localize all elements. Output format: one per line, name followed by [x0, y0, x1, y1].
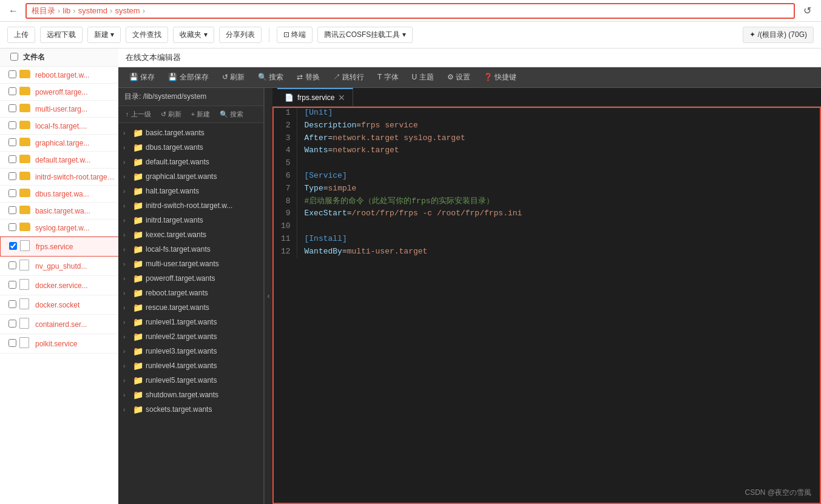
tree-search-button[interactable]: 🔍 搜索	[217, 109, 246, 120]
tree-item[interactable]: › 📁 multi-user.target.wants	[118, 257, 263, 271]
editor-goto-button[interactable]: ↗ 跳转行	[327, 70, 370, 85]
tree-refresh-button[interactable]: ↺ 刷新	[158, 109, 184, 120]
tree-up-button[interactable]: ↑ 上一级	[123, 109, 154, 120]
code-line: 9 ExecStart=/root/frp/frps -c /root/frp/…	[272, 207, 821, 220]
file-checkbox[interactable]	[8, 339, 16, 347]
code-editor-content[interactable]: 1 [Unit] 2 Description=frps service 3 Af…	[272, 107, 821, 504]
collapse-handle[interactable]: ‹	[264, 88, 272, 504]
file-checkbox[interactable]	[8, 172, 16, 180]
close-tab-button[interactable]: ✕	[338, 93, 345, 102]
file-checkbox[interactable]	[8, 155, 16, 163]
remote-download-button[interactable]: 远程下载	[40, 27, 83, 43]
code-line: 5	[272, 157, 821, 170]
file-list-item[interactable]: docker.socket	[0, 295, 121, 315]
tree-item[interactable]: › 📁 graphical.target.wants	[118, 169, 263, 184]
back-button[interactable]: ←	[5, 4, 22, 18]
file-list-item[interactable]: dbus.target.wa...	[0, 186, 121, 203]
file-list-item[interactable]: default.target.w...	[0, 152, 121, 169]
file-list-panel: 文件名 reboot.target.w...poweroff.targe...m…	[0, 49, 121, 504]
tree-item[interactable]: › 📁 runlevel5.target.wants	[118, 373, 263, 388]
tree-item[interactable]: › 📁 dbus.target.wants	[118, 140, 263, 155]
file-checkbox[interactable]	[8, 104, 16, 112]
tree-item[interactable]: › 📁 local-fs.target.wants	[118, 242, 263, 257]
file-checkbox[interactable]	[8, 189, 16, 197]
editor-font-button[interactable]: T 字体	[371, 70, 404, 85]
file-list-item[interactable]: nv_gpu_shutd...	[0, 257, 121, 276]
file-checkbox[interactable]	[8, 281, 16, 289]
breadcrumb-system[interactable]: system	[115, 6, 140, 15]
file-checkbox[interactable]	[9, 242, 17, 250]
file-checkbox[interactable]	[8, 70, 16, 78]
file-checkbox[interactable]	[8, 223, 16, 231]
editor-theme-button[interactable]: U 主题	[406, 70, 440, 85]
file-checkbox[interactable]	[8, 300, 16, 308]
editor-save-button[interactable]: 💾 保存	[123, 70, 161, 85]
editor-refresh-button[interactable]: ↺ 刷新	[216, 70, 251, 85]
file-list-item[interactable]: docker.service...	[0, 276, 121, 295]
file-list-item[interactable]: containerd.ser...	[0, 315, 121, 334]
editor-settings-button[interactable]: ⚙ 设置	[441, 70, 476, 85]
file-list-item[interactable]: polkit.service	[0, 334, 121, 354]
terminal-button[interactable]: ⊡ 终端	[277, 27, 313, 43]
tree-item[interactable]: › 📁 initrd.target.wants	[118, 213, 263, 227]
tree-item[interactable]: › 📁 halt.target.wants	[118, 184, 263, 198]
tree-new-button[interactable]: + 新建	[189, 109, 212, 120]
file-name-label: syslog.target.w...	[35, 224, 116, 232]
code-tab-frps-service[interactable]: 📄 frps.service ✕	[277, 88, 353, 106]
tree-item[interactable]: › 📁 shutdown.target.wants	[118, 388, 263, 402]
line-number: 2	[272, 119, 297, 132]
file-checkbox[interactable]	[8, 261, 16, 269]
file-list-item[interactable]: initrd-switch-root.target.w...	[0, 169, 121, 186]
select-all-checkbox[interactable]	[10, 53, 18, 61]
new-button[interactable]: 新建	[87, 27, 121, 43]
file-list-item[interactable]: local-fs.target....	[0, 118, 121, 135]
tree-item[interactable]: › 📁 runlevel3.target.wants	[118, 344, 263, 358]
editor-search-label: 搜索	[269, 73, 283, 81]
tree-item[interactable]: › 📁 initrd-switch-root.target.w...	[118, 198, 263, 213]
refresh-button[interactable]: ↺	[799, 4, 816, 18]
file-list-item[interactable]: multi-user.targ...	[0, 101, 121, 118]
editor-save-all-button[interactable]: 💾 全部保存	[162, 70, 214, 85]
tree-item[interactable]: › 📁 rescue.target.wants	[118, 300, 263, 315]
goto-icon: ↗	[333, 73, 340, 81]
file-checkbox[interactable]	[8, 206, 16, 214]
file-checkbox[interactable]	[8, 87, 16, 95]
tree-item[interactable]: › 📁 runlevel4.target.wants	[118, 358, 263, 373]
file-list-rows: reboot.target.w...poweroff.targe...multi…	[0, 67, 121, 354]
line-code: After=network.target syslog.target	[297, 132, 821, 145]
tree-item[interactable]: › 📁 default.target.wants	[118, 155, 263, 169]
editor-shortcuts-button[interactable]: ❓ 快捷键	[478, 70, 522, 85]
tree-item[interactable]: › 📁 poweroff.target.wants	[118, 271, 263, 286]
file-list-item[interactable]: basic.target.wa...	[0, 203, 121, 220]
tree-item[interactable]: › 📁 reboot.target.wants	[118, 286, 263, 300]
breadcrumb-lib[interactable]: lib	[63, 6, 70, 15]
file-list-item[interactable]: frps.service	[0, 237, 121, 257]
line-number: 8	[272, 195, 297, 208]
disk-info-button[interactable]: ✦ /(根目录) (70G)	[743, 27, 814, 43]
file-checkbox[interactable]	[8, 320, 16, 328]
breadcrumb-root[interactable]: 根目录	[32, 5, 55, 16]
file-find-button[interactable]: 文件查找	[126, 27, 168, 43]
file-checkbox[interactable]	[8, 138, 16, 146]
header-checkbox[interactable]	[5, 53, 23, 62]
tree-item[interactable]: › 📁 runlevel1.target.wants	[118, 315, 263, 329]
tree-item[interactable]: › 📁 basic.target.wants	[118, 126, 263, 140]
terminal-icon: ⊡	[283, 30, 289, 39]
editor-search-button[interactable]: 🔍 搜索	[252, 70, 289, 85]
favorites-button[interactable]: 收藏夹	[173, 27, 214, 43]
file-list-item[interactable]: graphical.targe...	[0, 135, 121, 152]
tree-item[interactable]: › 📁 sockets.target.wants	[118, 402, 263, 417]
file-list-item[interactable]: reboot.target.w...	[0, 67, 121, 84]
editor-replace-button[interactable]: ⇄ 替换	[291, 70, 325, 85]
chevron-right-icon: ›	[123, 334, 130, 340]
file-checkbox[interactable]	[8, 121, 16, 129]
upload-button[interactable]: 上传	[7, 27, 35, 43]
tree-item[interactable]: › 📁 kexec.target.wants	[118, 227, 263, 242]
share-list-button[interactable]: 分享列表	[219, 27, 262, 43]
breadcrumb-systemd[interactable]: systemd	[78, 6, 107, 15]
file-list-item[interactable]: syslog.target.w...	[0, 220, 121, 237]
folder-icon	[19, 223, 30, 231]
tree-item[interactable]: › 📁 runlevel2.target.wants	[118, 329, 263, 344]
cosfs-button[interactable]: 腾讯云COSFS挂载工具	[317, 27, 413, 43]
file-list-item[interactable]: poweroff.targe...	[0, 84, 121, 101]
